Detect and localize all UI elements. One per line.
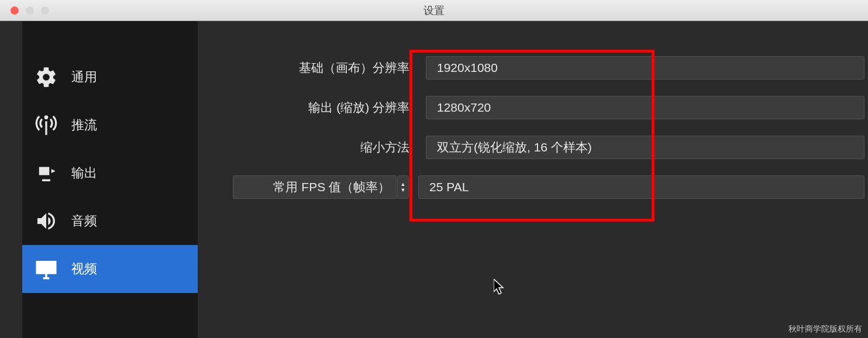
sidebar: 通用 推流 输出 音频 视频 [22, 21, 198, 338]
close-window-icon[interactable] [11, 6, 19, 15]
sidebar-item-label: 推流 [71, 116, 97, 134]
output-resolution-label: 输出 (缩放) 分辨率 [198, 99, 416, 116]
maximize-window-icon[interactable] [41, 6, 49, 15]
sidebar-item-video[interactable]: 视频 [22, 245, 198, 293]
downscale-filter-label: 缩小方法 [198, 139, 416, 156]
base-resolution-value: 1920x1080 [437, 61, 498, 75]
gear-icon [32, 65, 61, 89]
watermark: 秋叶商学院版权所有 [788, 324, 862, 334]
sidebar-item-general[interactable]: 通用 [22, 53, 198, 101]
base-resolution-row: 基础（画布）分辨率 1920x1080 [198, 56, 868, 80]
fps-row: 常用 FPS 值（帧率） ▲ ▼ 25 PAL [198, 175, 868, 199]
fps-label: 常用 FPS 值（帧率） [273, 179, 390, 195]
downscale-filter-value: 双立方(锐化缩放, 16 个样本) [437, 139, 592, 156]
sidebar-item-label: 视频 [71, 260, 97, 278]
antenna-icon [32, 113, 61, 137]
fps-value: 25 PAL [429, 180, 469, 194]
fps-value-select[interactable]: 25 PAL [418, 175, 864, 199]
window-title: 设置 [0, 4, 868, 18]
downscale-filter-row: 缩小方法 双立方(锐化缩放, 16 个样本) [198, 136, 868, 159]
sidebar-item-label: 音频 [71, 212, 97, 230]
fps-type-stepper[interactable]: ▲ ▼ [397, 175, 409, 199]
sidebar-item-stream[interactable]: 推流 [22, 101, 198, 149]
base-resolution-select[interactable]: 1920x1080 [426, 56, 864, 80]
output-resolution-select[interactable]: 1280x720 [426, 96, 864, 119]
video-icon [32, 257, 61, 281]
chevron-up-icon: ▲ [401, 181, 406, 187]
chevron-down-icon: ▼ [401, 187, 406, 193]
fps-type-select[interactable]: 常用 FPS 值（帧率） [233, 175, 397, 199]
base-resolution-label: 基础（画布）分辨率 [198, 60, 416, 76]
titlebar: 设置 [0, 0, 868, 21]
output-icon [32, 161, 61, 185]
settings-panel: 基础（画布）分辨率 1920x1080 输出 (缩放) 分辨率 1280x720… [198, 21, 868, 338]
minimize-window-icon[interactable] [26, 6, 34, 15]
sidebar-item-label: 通用 [71, 68, 97, 86]
traffic-lights [0, 6, 49, 15]
output-resolution-value: 1280x720 [437, 101, 491, 115]
sidebar-item-label: 输出 [71, 164, 97, 182]
sidebar-item-audio[interactable]: 音频 [22, 197, 198, 245]
audio-icon [32, 209, 61, 233]
cursor-icon [494, 279, 504, 294]
sidebar-item-output[interactable]: 输出 [22, 149, 198, 197]
downscale-filter-select[interactable]: 双立方(锐化缩放, 16 个样本) [426, 136, 864, 159]
output-resolution-row: 输出 (缩放) 分辨率 1280x720 [198, 96, 868, 119]
